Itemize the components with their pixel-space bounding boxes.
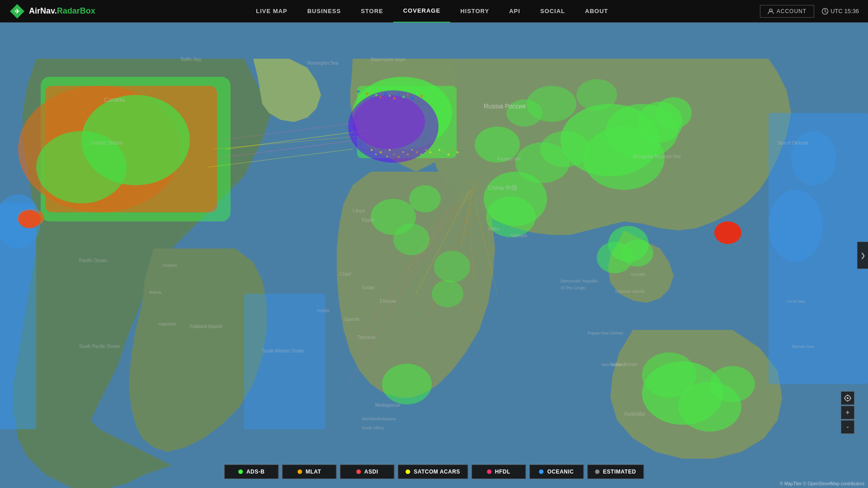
svg-text:Australia: Australia [624,411,645,417]
svg-text:Canada: Canada [104,96,125,103]
nav-item-live-map[interactable]: LIVE MAP [246,0,297,23]
svg-point-35 [409,185,441,212]
legend-dot-mlat [297,469,302,474]
legend-item-ads-b[interactable]: ADS-B [224,465,278,479]
chevron-right-icon: ❯ [860,252,866,259]
header-right: ACCOUNT UTC 15:36 [760,5,868,18]
svg-rect-78 [429,151,431,153]
svg-point-50 [540,131,590,167]
nav-item-coverage[interactable]: COVERAGE [393,0,450,23]
legend-dot-estimated [595,469,599,474]
svg-text:Tanzania: Tanzania [357,335,375,340]
legend-item-estimated[interactable]: ESTIMATED [587,465,644,479]
legend-item-hfdl[interactable]: HFDL [472,465,526,479]
svg-text:South Pacific Ocean: South Pacific Ocean [79,344,120,349]
legend-item-asdi[interactable]: ASDI [340,465,394,479]
nav-item-business[interactable]: BUSINESS [297,0,351,23]
svg-rect-85 [357,90,359,93]
legend-label-oceanic: OCEANIC [547,469,574,475]
svg-rect-82 [448,154,449,155]
svg-point-57 [642,352,696,398]
legend-item-mlat[interactable]: MLAT [282,465,336,479]
svg-rect-68 [387,156,388,157]
svg-text:Democratic Republic: Democratic Republic [561,279,599,283]
legend-dot-ads-b [238,469,243,474]
svg-rect-65 [371,149,373,151]
svg-text:Mongolia Монгол Улс: Mongolia Монгол Улс [633,154,681,159]
main-nav: LIVE MAPBUSINESSSTORECOVERAGEHISTORYAPIS… [104,0,760,23]
svg-point-63 [769,190,823,262]
account-button[interactable]: ACCOUNT [760,5,814,18]
world-map: Canada United States Russia Россия China… [0,23,868,488]
legend-item-satcom-acars[interactable]: SATCOM ACARS [398,465,468,479]
legend-bar: ADS-BMLATASDISATCOM ACARSHFDLOCEANICESTI… [224,465,644,479]
zoom-out-button[interactable]: - [841,420,854,434]
svg-point-48 [622,239,653,267]
svg-rect-90 [380,96,382,98]
svg-point-58 [710,366,755,402]
nav-item-about[interactable]: ABOUT [575,0,618,23]
map-attribution: © MapTiler © OpenStreetMap contributors [780,481,864,486]
svg-text:New Zealand: New Zealand [601,362,625,367]
logo-text: AirNav.RadarBox [29,6,95,16]
legend-dot-asdi [356,469,361,474]
nav-item-social[interactable]: SOCIAL [530,0,575,23]
legend-label-hfdl: HFDL [495,469,510,475]
logo[interactable]: ✈ AirNav.RadarBox [0,3,104,19]
svg-text:Vanuatu: Vanuatu [631,272,646,277]
map-container[interactable]: Canada United States Russia Россия China… [0,23,868,488]
svg-text:Argentina: Argentina [158,322,176,326]
legend-label-estimated: ESTIMATED [603,469,636,475]
svg-text:Angola: Angola [316,308,329,313]
svg-text:China 中国: China 中国 [488,184,517,191]
nav-item-store[interactable]: STORE [351,0,393,23]
svg-text:Papua New Guinea: Papua New Guinea [588,331,623,335]
legend-label-asdi: ASDI [364,469,378,475]
svg-rect-61 [244,294,326,429]
svg-text:Norwegian Sea: Norwegian Sea [307,61,339,66]
svg-text:Russia  Россия: Russia Россия [484,103,526,110]
svg-rect-95 [402,96,405,98]
svg-rect-89 [375,94,377,96]
svg-rect-67 [380,151,382,153]
utc-clock: UTC 15:36 [821,8,859,15]
svg-rect-83 [452,149,453,150]
svg-text:Варенцово море: Варенцово море [371,57,406,62]
nav-item-history[interactable]: HISTORY [450,0,499,23]
svg-point-34 [393,224,429,255]
legend-dot-oceanic [539,469,543,474]
svg-text:Guyana: Guyana [163,263,177,267]
svg-text:Solomon Islands: Solomon Islands [615,289,645,294]
zoom-reset-button[interactable] [841,391,854,405]
header: ✈ AirNav.RadarBox LIVE MAPBUSINESSSTOREC… [0,0,868,23]
svg-line-5 [825,11,826,12]
svg-text:Uganda: Uganda [344,317,359,322]
svg-point-64 [791,131,836,185]
zoom-controls: + - [841,391,854,434]
svg-rect-93 [393,97,396,99]
legend-label-satcom-acars: SATCOM ACARS [414,469,460,475]
svg-point-21 [353,95,425,149]
svg-rect-66 [375,154,377,155]
svg-point-38 [432,280,463,307]
svg-rect-71 [398,156,400,158]
svg-text:Казахстан: Казахстан [497,156,521,161]
svg-point-53 [576,79,617,111]
svg-text:India: India [488,226,500,231]
legend-item-oceanic[interactable]: OCEANIC [529,465,584,479]
sidebar-toggle[interactable]: ❯ [857,242,868,269]
svg-text:Bolivia: Bolivia [149,290,161,295]
legend-dot-hfdl [487,469,491,474]
svg-rect-97 [411,97,414,99]
svg-text:Namibia/Botswana: Namibia/Botswana [362,417,396,421]
svg-text:Ethiopia: Ethiopia [380,299,396,304]
svg-rect-77 [425,149,427,151]
svg-rect-76 [420,154,422,155]
nav-item-api[interactable]: API [499,0,530,23]
svg-rect-72 [402,151,404,153]
legend-dot-satcom-acars [406,469,410,474]
zoom-in-button[interactable]: + [841,406,854,419]
svg-rect-69 [389,149,391,151]
svg-text:Sea of Okhotsk: Sea of Okhotsk [778,141,809,145]
svg-text:Sudan: Sudan [362,285,375,290]
